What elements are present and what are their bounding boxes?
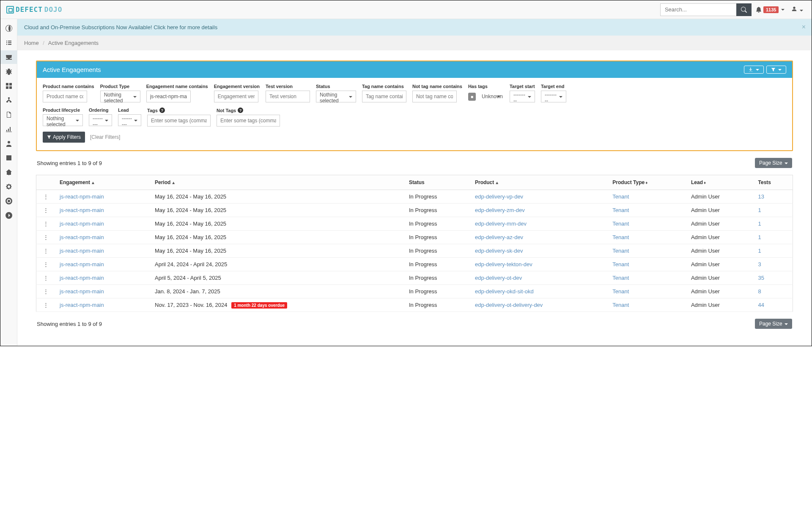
breadcrumb-home[interactable]: Home bbox=[24, 40, 39, 46]
col-product-type[interactable]: Product Type♦ bbox=[608, 175, 687, 190]
product-type-link[interactable]: Tenant bbox=[612, 221, 629, 227]
filter-toggle-button[interactable] bbox=[766, 66, 786, 74]
status-select[interactable]: Nothing selected bbox=[316, 91, 356, 102]
help-icon[interactable]: ? bbox=[238, 108, 243, 113]
label-product-lifecycle: Product lifecycle bbox=[43, 108, 83, 113]
search-button[interactable] bbox=[736, 3, 752, 16]
product-link[interactable]: edp-delivery-okd-sit-okd bbox=[475, 288, 534, 295]
engagement-link[interactable]: js-react-npm-main bbox=[60, 248, 104, 254]
product-type-link[interactable]: Tenant bbox=[612, 193, 629, 200]
user-menu[interactable] bbox=[789, 6, 806, 13]
product-type-link[interactable]: Tenant bbox=[612, 275, 629, 281]
col-tests[interactable]: Tests bbox=[754, 175, 793, 190]
row-menu[interactable]: ⋮ bbox=[41, 248, 51, 254]
row-menu[interactable]: ⋮ bbox=[41, 275, 51, 281]
sidebar-collapse[interactable] bbox=[0, 209, 17, 222]
target-start-select[interactable]: --------- bbox=[510, 91, 535, 102]
product-type-link[interactable]: Tenant bbox=[612, 261, 629, 267]
row-menu[interactable]: ⋮ bbox=[41, 234, 51, 240]
apply-filters-button[interactable]: Apply Filters bbox=[43, 132, 85, 143]
engagement-link[interactable]: js-react-npm-main bbox=[60, 275, 104, 281]
subscription-banner[interactable]: Cloud and On-Premise Subscriptions Now A… bbox=[17, 19, 812, 36]
row-menu[interactable]: ⋮ bbox=[41, 261, 51, 267]
col-product[interactable]: Product▲ bbox=[471, 175, 608, 190]
product-lifecycle-select[interactable]: Nothing selected bbox=[43, 114, 83, 126]
row-menu[interactable]: ⋮ bbox=[41, 288, 51, 295]
product-link[interactable]: edp-delivery-ot-dev bbox=[475, 275, 522, 281]
page-size-top[interactable]: Page Size bbox=[755, 158, 792, 168]
product-link[interactable]: edp-delivery-zm-dev bbox=[475, 207, 525, 213]
product-type-link[interactable]: Tenant bbox=[612, 234, 629, 240]
sidebar-engagements[interactable] bbox=[0, 50, 17, 64]
tests-link[interactable]: 1 bbox=[758, 234, 761, 240]
row-menu[interactable]: ⋮ bbox=[41, 207, 51, 213]
product-link[interactable]: edp-delivery-vp-dev bbox=[475, 193, 523, 200]
product-link[interactable]: edp-delivery-mm-dev bbox=[475, 221, 527, 227]
sidebar-help[interactable] bbox=[0, 194, 17, 208]
sidebar-settings[interactable] bbox=[0, 180, 17, 193]
page-size-bottom[interactable]: Page Size bbox=[755, 319, 792, 329]
row-menu[interactable]: ⋮ bbox=[41, 221, 51, 227]
tests-link[interactable]: 8 bbox=[758, 288, 761, 295]
tags-input[interactable] bbox=[147, 115, 211, 127]
tests-link[interactable]: 1 bbox=[758, 221, 761, 227]
engagement-link[interactable]: js-react-npm-main bbox=[60, 261, 104, 267]
engagement-version-input[interactable] bbox=[214, 91, 258, 102]
product-type-link[interactable]: Tenant bbox=[612, 288, 629, 295]
sidebar-dashboard[interactable] bbox=[0, 22, 17, 35]
sidebar-users[interactable] bbox=[0, 137, 17, 150]
search-input[interactable] bbox=[660, 3, 736, 16]
tests-link[interactable]: 44 bbox=[758, 302, 764, 308]
logo[interactable]: DEFECT DOJO bbox=[6, 6, 62, 14]
sidebar-metrics[interactable] bbox=[0, 122, 17, 136]
banner-close[interactable]: × bbox=[802, 23, 806, 31]
lead-select[interactable]: --------- bbox=[118, 114, 141, 126]
engagement-link[interactable]: js-react-npm-main bbox=[60, 234, 104, 240]
product-link[interactable]: edp-delivery-sk-dev bbox=[475, 248, 523, 254]
engagement-link[interactable]: js-react-npm-main bbox=[60, 207, 104, 213]
sidebar-calendar[interactable] bbox=[0, 151, 17, 165]
row-menu[interactable]: ⋮ bbox=[41, 193, 51, 200]
product-type-select[interactable]: Nothing selected bbox=[100, 91, 140, 102]
tag-name-input[interactable] bbox=[362, 91, 406, 102]
sidebar-list[interactable] bbox=[0, 36, 17, 50]
sidebar-rules[interactable] bbox=[0, 165, 17, 179]
product-link[interactable]: edp-delivery-ot-delivery-dev bbox=[475, 302, 543, 308]
product-type-link[interactable]: Tenant bbox=[612, 248, 629, 254]
tests-link[interactable]: 35 bbox=[758, 275, 764, 281]
sidebar-components[interactable] bbox=[0, 79, 17, 93]
col-lead[interactable]: Lead♦ bbox=[687, 175, 754, 190]
product-link[interactable]: edp-delivery-az-dev bbox=[475, 234, 523, 240]
sidebar-reports[interactable] bbox=[0, 108, 17, 121]
product-name-input[interactable] bbox=[43, 91, 87, 102]
engagement-link[interactable]: js-react-npm-main bbox=[60, 302, 104, 308]
col-period[interactable]: Period▲ bbox=[151, 175, 405, 190]
tests-link[interactable]: 1 bbox=[758, 207, 761, 213]
tests-link[interactable]: 3 bbox=[758, 261, 761, 267]
product-type-link[interactable]: Tenant bbox=[612, 302, 629, 308]
help-icon[interactable]: ? bbox=[159, 108, 165, 113]
engagement-link[interactable]: js-react-npm-main bbox=[60, 221, 104, 227]
table-row: ⋮js-react-npm-mainMay 16, 2024 - May 16,… bbox=[36, 204, 793, 217]
col-status[interactable]: Status bbox=[405, 175, 471, 190]
row-menu[interactable]: ⋮ bbox=[41, 302, 51, 308]
not-tag-name-input[interactable] bbox=[412, 91, 457, 102]
tests-link[interactable]: 13 bbox=[758, 193, 764, 200]
has-tags-select[interactable]: Unknown bbox=[478, 91, 504, 102]
engagement-link[interactable]: js-react-npm-main bbox=[60, 193, 104, 200]
export-button[interactable] bbox=[744, 66, 764, 74]
notifications-menu[interactable]: 1135 bbox=[756, 6, 785, 13]
sidebar-findings[interactable] bbox=[0, 65, 17, 78]
tests-link[interactable]: 1 bbox=[758, 248, 761, 254]
product-type-link[interactable]: Tenant bbox=[612, 207, 629, 213]
clear-filters-link[interactable]: [Clear Filters] bbox=[90, 134, 120, 140]
product-link[interactable]: edp-delivery-tekton-dev bbox=[475, 261, 532, 267]
ordering-select[interactable]: --------- bbox=[89, 114, 112, 126]
sidebar-endpoints[interactable] bbox=[0, 94, 17, 107]
test-version-input[interactable] bbox=[266, 91, 310, 102]
engagement-link[interactable]: js-react-npm-main bbox=[60, 288, 104, 295]
col-engagement[interactable]: Engagement▲ bbox=[55, 175, 151, 190]
target-end-select[interactable]: --------- bbox=[541, 91, 566, 102]
engagement-name-input[interactable] bbox=[146, 91, 191, 102]
not-tags-input[interactable] bbox=[217, 115, 280, 127]
